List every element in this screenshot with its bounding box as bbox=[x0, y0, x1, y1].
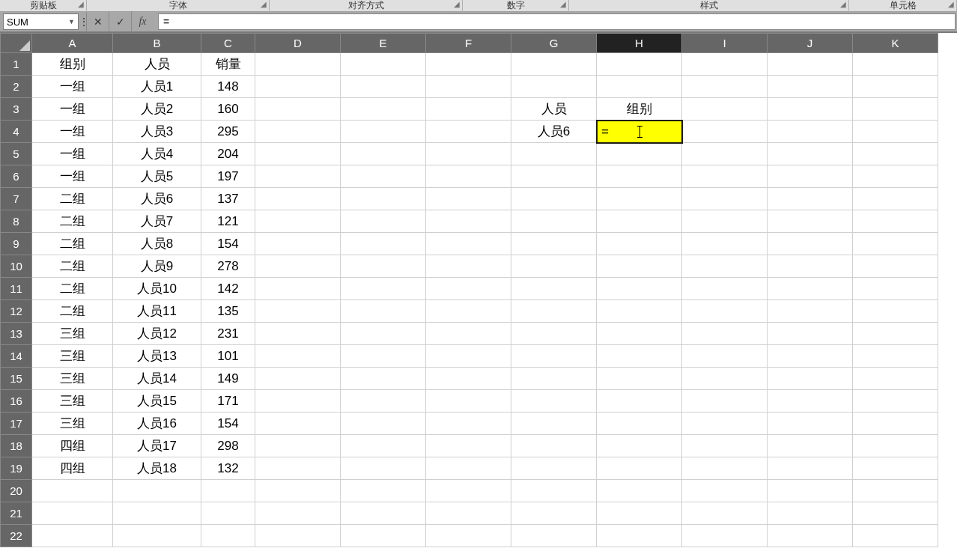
cell[interactable]: 人员6 bbox=[511, 121, 597, 143]
cell[interactable]: 二组 bbox=[32, 255, 113, 278]
cell[interactable] bbox=[597, 255, 682, 278]
row-header[interactable]: 19 bbox=[1, 457, 32, 480]
cell[interactable] bbox=[255, 76, 341, 98]
cell[interactable]: 人员11 bbox=[113, 300, 201, 323]
cell[interactable] bbox=[768, 278, 853, 300]
cell[interactable] bbox=[853, 233, 938, 255]
cell[interactable]: 三组 bbox=[32, 413, 113, 435]
dialog-launcher-icon[interactable]: ◢ bbox=[78, 0, 84, 8]
cell[interactable] bbox=[853, 278, 938, 300]
cell[interactable] bbox=[768, 76, 853, 98]
cell[interactable] bbox=[853, 143, 938, 165]
cell[interactable]: 组别 bbox=[32, 53, 113, 76]
row-header[interactable]: 8 bbox=[1, 210, 32, 233]
cell[interactable] bbox=[511, 502, 597, 525]
cell[interactable] bbox=[768, 300, 853, 323]
cell[interactable] bbox=[255, 525, 341, 547]
row-header[interactable]: 22 bbox=[1, 525, 32, 547]
cell[interactable] bbox=[768, 413, 853, 435]
dialog-launcher-icon[interactable]: ◢ bbox=[454, 0, 460, 8]
cell[interactable] bbox=[682, 525, 768, 547]
cell[interactable] bbox=[255, 233, 341, 255]
cell[interactable]: 二组 bbox=[32, 278, 113, 300]
column-header[interactable]: H bbox=[597, 34, 682, 53]
cell[interactable] bbox=[768, 53, 853, 76]
cell[interactable] bbox=[853, 53, 938, 76]
cell[interactable] bbox=[32, 480, 113, 502]
cell[interactable]: 三组 bbox=[32, 345, 113, 368]
cell[interactable] bbox=[597, 525, 682, 547]
cell[interactable] bbox=[682, 480, 768, 502]
cell[interactable] bbox=[511, 165, 597, 188]
cell[interactable] bbox=[201, 525, 255, 547]
cell[interactable] bbox=[768, 323, 853, 345]
row-header[interactable]: 16 bbox=[1, 390, 32, 413]
row-header[interactable]: 9 bbox=[1, 233, 32, 255]
cell[interactable]: 人员1 bbox=[113, 76, 201, 98]
cell[interactable] bbox=[682, 345, 768, 368]
cell[interactable] bbox=[341, 188, 426, 210]
dialog-launcher-icon[interactable]: ◢ bbox=[948, 0, 954, 8]
cell[interactable] bbox=[255, 121, 341, 143]
cell[interactable]: 154 bbox=[201, 233, 255, 255]
cell[interactable]: 一组 bbox=[32, 143, 113, 165]
cell[interactable] bbox=[341, 323, 426, 345]
cell[interactable] bbox=[201, 480, 255, 502]
cell[interactable] bbox=[682, 188, 768, 210]
cell[interactable] bbox=[426, 76, 511, 98]
cell[interactable] bbox=[597, 480, 682, 502]
cell[interactable] bbox=[511, 210, 597, 233]
cell[interactable] bbox=[853, 165, 938, 188]
cell[interactable] bbox=[255, 457, 341, 480]
cell[interactable]: 人员9 bbox=[113, 255, 201, 278]
cell[interactable] bbox=[255, 413, 341, 435]
cell[interactable]: 231 bbox=[201, 323, 255, 345]
cell[interactable] bbox=[341, 255, 426, 278]
cell[interactable] bbox=[597, 390, 682, 413]
cell[interactable] bbox=[255, 435, 341, 457]
row-header[interactable]: 17 bbox=[1, 413, 32, 435]
cell[interactable] bbox=[341, 525, 426, 547]
cell[interactable] bbox=[682, 435, 768, 457]
cell[interactable]: 人员18 bbox=[113, 457, 201, 480]
cancel-button[interactable]: ✕ bbox=[86, 11, 109, 32]
cell[interactable] bbox=[768, 188, 853, 210]
cell[interactable] bbox=[597, 300, 682, 323]
row-header[interactable]: 4 bbox=[1, 121, 32, 143]
cell[interactable] bbox=[768, 165, 853, 188]
cell[interactable] bbox=[426, 323, 511, 345]
cell[interactable]: 278 bbox=[201, 255, 255, 278]
cell[interactable]: 171 bbox=[201, 390, 255, 413]
cell[interactable]: 一组 bbox=[32, 98, 113, 121]
cell[interactable] bbox=[768, 255, 853, 278]
cell[interactable] bbox=[768, 121, 853, 143]
cell[interactable]: 人员7 bbox=[113, 210, 201, 233]
cell[interactable] bbox=[768, 143, 853, 165]
cell[interactable] bbox=[682, 210, 768, 233]
cell[interactable] bbox=[682, 233, 768, 255]
cell[interactable] bbox=[511, 255, 597, 278]
cell[interactable] bbox=[426, 278, 511, 300]
cell[interactable] bbox=[255, 502, 341, 525]
cell[interactable] bbox=[682, 278, 768, 300]
cell[interactable] bbox=[341, 300, 426, 323]
cell[interactable] bbox=[682, 143, 768, 165]
cell[interactable] bbox=[255, 98, 341, 121]
cell[interactable] bbox=[597, 233, 682, 255]
cell[interactable] bbox=[255, 210, 341, 233]
cell[interactable]: 137 bbox=[201, 188, 255, 210]
cell[interactable] bbox=[853, 121, 938, 143]
cell[interactable] bbox=[597, 413, 682, 435]
column-header[interactable]: F bbox=[426, 34, 511, 53]
cell[interactable] bbox=[511, 233, 597, 255]
column-header[interactable]: K bbox=[853, 34, 938, 53]
cell[interactable] bbox=[511, 368, 597, 390]
cell[interactable] bbox=[682, 76, 768, 98]
cell[interactable] bbox=[853, 188, 938, 210]
cell[interactable] bbox=[511, 53, 597, 76]
cell[interactable] bbox=[341, 457, 426, 480]
cell[interactable] bbox=[255, 188, 341, 210]
cell[interactable] bbox=[426, 143, 511, 165]
row-header[interactable]: 7 bbox=[1, 188, 32, 210]
dialog-launcher-icon[interactable]: ◢ bbox=[261, 0, 267, 8]
